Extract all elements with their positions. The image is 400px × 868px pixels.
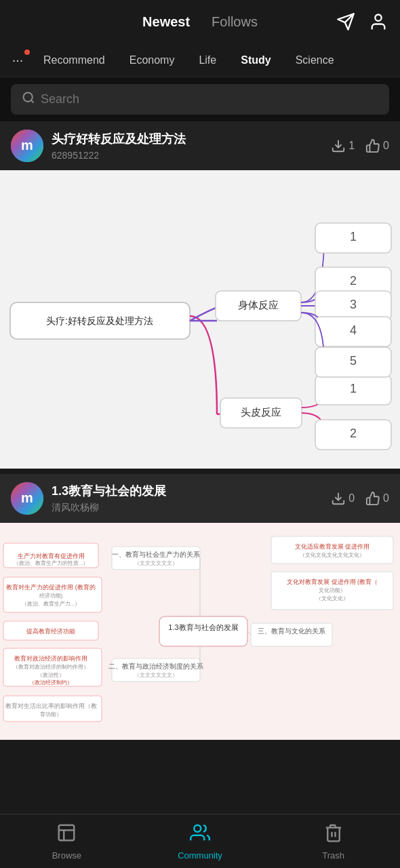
post-2-actions: 0 0: [331, 491, 389, 506]
post-1-actions: 1 0: [331, 138, 389, 153]
svg-text:头疗:好转反应及处理方法: 头疗:好转反应及处理方法: [46, 315, 153, 326]
svg-text:文化对教育发展 促进作用 (教育（: 文化对教育发展 促进作用 (教育（: [287, 578, 378, 585]
category-study[interactable]: Study: [230, 50, 281, 71]
avatar-1: m: [11, 130, 43, 162]
category-bar: ··· Recommend Economy Life Study Science: [0, 43, 400, 77]
category-life[interactable]: Life: [188, 50, 227, 71]
svg-text:2: 2: [350, 427, 357, 440]
tab-follows[interactable]: Follows: [212, 14, 258, 30]
svg-text:1: 1: [350, 230, 357, 243]
svg-text:三、教育与文化的关系: 三、教育与文化的关系: [258, 627, 325, 635]
nav-trash[interactable]: Trash: [266, 823, 400, 861]
svg-text:育功能）: 育功能）: [40, 711, 62, 717]
search-input[interactable]: [41, 92, 378, 106]
svg-text:提高教育经济功能: 提高教育经济功能: [26, 628, 75, 635]
more-dots-icon: ···: [12, 52, 24, 68]
svg-text:文化适应教育发展 促进作用: 文化适应教育发展 促进作用: [295, 543, 370, 550]
post-1-like-count: 0: [383, 140, 389, 152]
header: Newest Follows: [0, 0, 400, 43]
svg-text:教育对政治经济的影响作用: 教育对政治经济的影响作用: [14, 655, 87, 662]
post-2-like[interactable]: 0: [365, 491, 389, 506]
avatar-2: m: [11, 482, 43, 515]
post-2-download[interactable]: 0: [331, 491, 355, 506]
tab-newest[interactable]: Newest: [142, 14, 190, 30]
nav-browse[interactable]: Browse: [0, 823, 134, 861]
post-2-header: m 1.3教育与社会的发展 清风吹杨柳 0 0: [0, 474, 400, 523]
post-1-meta: 头疗好转反应及处理方法 628951222: [52, 131, 323, 161]
svg-point-83: [194, 825, 201, 831]
header-tabs: Newest Follows: [142, 14, 258, 30]
svg-text:教育对生活出比率的影响作用（教: 教育对生活出比率的影响作用（教: [5, 703, 97, 709]
search-bar: [0, 77, 400, 121]
svg-text:2: 2: [350, 274, 357, 288]
profile-icon[interactable]: [367, 11, 389, 33]
svg-rect-59: [159, 616, 247, 646]
svg-text:（政治性）: （政治性）: [37, 672, 64, 678]
nav-community[interactable]: Community: [134, 823, 267, 861]
bottom-nav: Browse Community Trash: [0, 814, 400, 868]
post-card-2: m 1.3教育与社会的发展 清风吹杨柳 0 0: [0, 474, 400, 740]
svg-text:（文文文文文文）: （文文文文文文）: [134, 672, 178, 678]
svg-text:头皮反应: 头皮反应: [241, 406, 281, 418]
post-1-title[interactable]: 头疗好转反应及处理方法: [52, 131, 323, 147]
svg-text:（政治、教育生产力的性质...）: （政治、教育生产力的性质...）: [14, 560, 88, 566]
nav-community-label: Community: [178, 850, 222, 861]
post-2-download-count: 0: [348, 492, 355, 505]
svg-line-4: [31, 100, 34, 103]
nav-trash-label: Trash: [322, 850, 344, 861]
svg-text:（教育对政治经济的制约作用）: （教育对政治经济的制约作用）: [13, 664, 89, 670]
svg-text:（政治、教育生产力...）: （政治、教育生产力...）: [22, 601, 80, 607]
svg-text:经济功能): 经济功能): [39, 593, 63, 599]
svg-text:文化功能）: 文化功能）: [319, 587, 346, 593]
svg-text:（文文文文文文）: （文文文文文文）: [134, 560, 178, 566]
mindmap-1[interactable]: 头疗:好转反应及处理方法 头皮反应 1 2 头疗:好转反应: [0, 170, 400, 469]
browse-icon: [56, 823, 77, 848]
svg-text:（文化文化文化文化文化）: （文化文化文化文化文化）: [300, 552, 365, 558]
nav-browse-label: Browse: [52, 850, 81, 861]
category-science[interactable]: Science: [285, 50, 345, 71]
post-1-download-count: 1: [348, 140, 355, 152]
search-icon: [22, 91, 35, 108]
post-1-author: 628951222: [52, 150, 323, 161]
svg-text:3: 3: [350, 298, 357, 311]
svg-text:1: 1: [350, 382, 357, 395]
svg-rect-80: [59, 825, 75, 840]
svg-point-2: [375, 15, 381, 21]
svg-text:1.3教育与社会的发展: 1.3教育与社会的发展: [168, 623, 238, 631]
post-2-like-count: 0: [383, 492, 389, 505]
mindmap-2[interactable]: 生产力对教育有促进作用 （政治、教育生产力的性质...） 教育对生产力的促进作用…: [0, 523, 400, 740]
category-more-btn[interactable]: ···: [5, 52, 30, 68]
svg-text:m: m: [21, 490, 33, 505]
post-1-download[interactable]: 1: [331, 138, 355, 153]
svg-text:（政治经济制约）: （政治经济制约）: [29, 679, 73, 686]
svg-text:（文化文化）: （文化文化）: [316, 595, 348, 601]
post-1-header: m 头疗好转反应及处理方法 628951222 1 0: [0, 121, 400, 170]
svg-point-3: [24, 93, 33, 102]
search-input-wrap[interactable]: [11, 84, 389, 115]
post-2-meta: 1.3教育与社会的发展 清风吹杨柳: [52, 483, 323, 514]
svg-text:5: 5: [350, 354, 357, 368]
category-recommend[interactable]: Recommend: [33, 50, 116, 71]
svg-text:生产力对教育有促进作用: 生产力对教育有促进作用: [18, 553, 85, 559]
svg-text:m: m: [21, 138, 33, 153]
svg-text:二、教育与政治经济制度的关系: 二、教育与政治经济制度的关系: [108, 663, 203, 670]
notification-dot: [24, 50, 30, 55]
svg-text:4: 4: [350, 323, 357, 337]
send-icon[interactable]: [335, 11, 357, 33]
category-economy[interactable]: Economy: [119, 50, 186, 71]
trash-icon: [323, 823, 344, 848]
community-icon: [190, 823, 210, 848]
svg-text:一、教育与社会生产力的关系: 一、教育与社会生产力的关系: [112, 551, 200, 558]
post-2-author: 清风吹杨柳: [52, 502, 323, 514]
svg-rect-61: [271, 536, 393, 564]
post-1-like[interactable]: 0: [365, 138, 389, 153]
post-2-title[interactable]: 1.3教育与社会的发展: [52, 483, 323, 499]
post-card-1: m 头疗好转反应及处理方法 628951222 1 0: [0, 121, 400, 469]
header-icons: [335, 11, 389, 33]
svg-text:身体反应: 身体反应: [238, 299, 279, 311]
svg-text:教育对生产力的促进作用 (教育的: 教育对生产力的促进作用 (教育的: [6, 584, 96, 591]
